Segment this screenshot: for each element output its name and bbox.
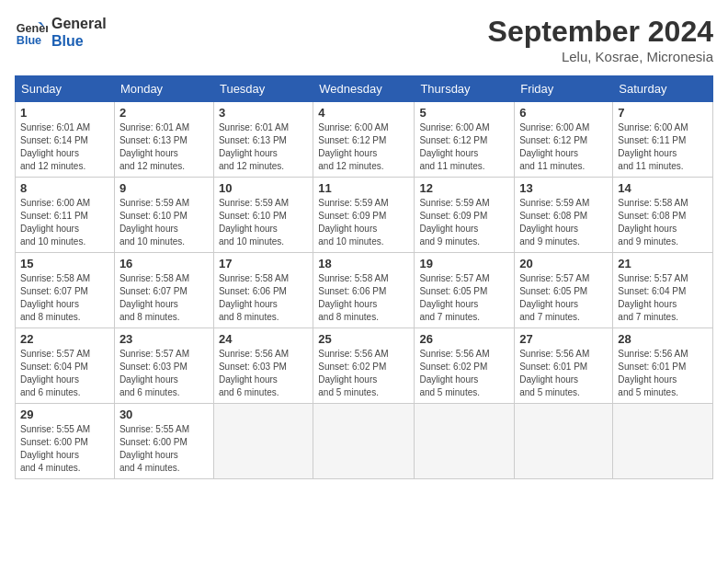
day-number: 25 <box>318 332 409 346</box>
day-number: 14 <box>618 181 708 195</box>
day-info: Sunrise: 5:58 AMSunset: 6:08 PMDaylight … <box>618 197 708 248</box>
calendar-table: SundayMondayTuesdayWednesdayThursdayFrid… <box>15 75 713 479</box>
calendar-cell: 11Sunrise: 5:59 AMSunset: 6:09 PMDayligh… <box>313 178 415 253</box>
calendar-cell: 25Sunrise: 5:56 AMSunset: 6:02 PMDayligh… <box>313 328 415 404</box>
day-info: Sunrise: 5:58 AMSunset: 6:06 PMDaylight … <box>219 272 308 324</box>
day-number: 17 <box>219 257 308 270</box>
day-info: Sunrise: 6:01 AMSunset: 6:13 PMDaylight … <box>119 121 209 173</box>
day-info: Sunrise: 5:56 AMSunset: 6:02 PMDaylight … <box>318 348 409 399</box>
calendar-cell: 3Sunrise: 6:01 AMSunset: 6:13 PMDaylight… <box>213 102 313 178</box>
calendar-cell <box>613 404 713 479</box>
day-number: 11 <box>318 181 409 195</box>
calendar-cell: 8Sunrise: 6:00 AMSunset: 6:11 PMDaylight… <box>16 178 115 253</box>
calendar-cell: 22Sunrise: 5:57 AMSunset: 6:04 PMDayligh… <box>16 328 115 404</box>
day-number: 13 <box>519 181 608 195</box>
calendar-cell: 24Sunrise: 5:56 AMSunset: 6:03 PMDayligh… <box>213 328 313 404</box>
col-header-wednesday: Wednesday <box>313 76 415 102</box>
day-number: 22 <box>20 332 109 346</box>
page-header: General Blue General Blue September 2024… <box>15 15 713 64</box>
logo: General Blue General Blue <box>15 15 107 50</box>
day-info: Sunrise: 6:00 AMSunset: 6:12 PMDaylight … <box>318 121 409 173</box>
calendar-cell: 26Sunrise: 5:56 AMSunset: 6:02 PMDayligh… <box>415 328 515 404</box>
day-info: Sunrise: 6:00 AMSunset: 6:12 PMDaylight … <box>419 121 509 173</box>
day-info: Sunrise: 5:59 AMSunset: 6:09 PMDaylight … <box>318 197 409 248</box>
calendar-cell: 6Sunrise: 6:00 AMSunset: 6:12 PMDaylight… <box>515 102 613 178</box>
calendar-cell <box>415 404 515 479</box>
location: Lelu, Kosrae, Micronesia <box>488 49 713 64</box>
logo-line2: Blue <box>51 32 107 50</box>
day-info: Sunrise: 5:59 AMSunset: 6:10 PMDaylight … <box>119 197 209 248</box>
calendar-cell: 7Sunrise: 6:00 AMSunset: 6:11 PMDaylight… <box>613 102 713 178</box>
day-number: 3 <box>219 106 308 120</box>
calendar-cell: 9Sunrise: 5:59 AMSunset: 6:10 PMDaylight… <box>114 178 213 253</box>
logo-icon: General Blue <box>15 16 48 49</box>
calendar-cell: 12Sunrise: 5:59 AMSunset: 6:09 PMDayligh… <box>415 178 515 253</box>
day-info: Sunrise: 5:56 AMSunset: 6:03 PMDaylight … <box>219 348 308 399</box>
day-number: 5 <box>419 106 509 120</box>
day-info: Sunrise: 5:58 AMSunset: 6:06 PMDaylight … <box>318 272 409 324</box>
day-number: 10 <box>219 181 308 195</box>
svg-text:Blue: Blue <box>17 34 41 47</box>
day-info: Sunrise: 5:59 AMSunset: 6:09 PMDaylight … <box>419 197 509 248</box>
calendar-cell: 21Sunrise: 5:57 AMSunset: 6:04 PMDayligh… <box>613 253 713 328</box>
day-info: Sunrise: 5:57 AMSunset: 6:03 PMDaylight … <box>119 348 209 399</box>
day-info: Sunrise: 5:58 AMSunset: 6:07 PMDaylight … <box>20 272 109 324</box>
calendar-cell: 27Sunrise: 5:56 AMSunset: 6:01 PMDayligh… <box>515 328 613 404</box>
day-info: Sunrise: 5:57 AMSunset: 6:05 PMDaylight … <box>519 272 608 324</box>
logo-line1: General <box>51 15 107 32</box>
day-number: 21 <box>618 257 708 270</box>
calendar-cell: 30Sunrise: 5:55 AMSunset: 6:00 PMDayligh… <box>114 404 213 479</box>
day-number: 18 <box>318 257 409 270</box>
day-info: Sunrise: 5:58 AMSunset: 6:07 PMDaylight … <box>119 272 209 324</box>
calendar-cell: 28Sunrise: 5:56 AMSunset: 6:01 PMDayligh… <box>613 328 713 404</box>
calendar-cell: 1Sunrise: 6:01 AMSunset: 6:14 PMDaylight… <box>16 102 115 178</box>
col-header-tuesday: Tuesday <box>213 76 313 102</box>
day-number: 26 <box>419 332 509 346</box>
calendar-cell: 16Sunrise: 5:58 AMSunset: 6:07 PMDayligh… <box>114 253 213 328</box>
calendar-cell: 17Sunrise: 5:58 AMSunset: 6:06 PMDayligh… <box>213 253 313 328</box>
day-info: Sunrise: 5:57 AMSunset: 6:05 PMDaylight … <box>419 272 509 324</box>
calendar-cell: 4Sunrise: 6:00 AMSunset: 6:12 PMDaylight… <box>313 102 415 178</box>
title-section: September 2024 Lelu, Kosrae, Micronesia <box>488 15 713 64</box>
calendar-cell: 13Sunrise: 5:59 AMSunset: 6:08 PMDayligh… <box>515 178 613 253</box>
calendar-cell: 2Sunrise: 6:01 AMSunset: 6:13 PMDaylight… <box>114 102 213 178</box>
day-number: 24 <box>219 332 308 346</box>
col-header-monday: Monday <box>114 76 213 102</box>
day-info: Sunrise: 6:00 AMSunset: 6:11 PMDaylight … <box>20 197 109 248</box>
day-number: 9 <box>119 181 209 195</box>
day-number: 23 <box>119 332 209 346</box>
day-number: 1 <box>20 106 109 120</box>
day-number: 6 <box>519 106 608 120</box>
day-info: Sunrise: 5:56 AMSunset: 6:01 PMDaylight … <box>519 348 608 399</box>
day-number: 16 <box>119 257 209 270</box>
col-header-saturday: Saturday <box>613 76 713 102</box>
day-info: Sunrise: 5:59 AMSunset: 6:08 PMDaylight … <box>519 197 608 248</box>
day-info: Sunrise: 5:55 AMSunset: 6:00 PMDaylight … <box>119 423 209 475</box>
calendar-cell <box>313 404 415 479</box>
calendar-cell: 19Sunrise: 5:57 AMSunset: 6:05 PMDayligh… <box>415 253 515 328</box>
col-header-thursday: Thursday <box>415 76 515 102</box>
day-number: 4 <box>318 106 409 120</box>
day-number: 28 <box>618 332 708 346</box>
day-info: Sunrise: 6:01 AMSunset: 6:13 PMDaylight … <box>219 121 308 173</box>
day-number: 2 <box>119 106 209 120</box>
day-info: Sunrise: 5:56 AMSunset: 6:02 PMDaylight … <box>419 348 509 399</box>
day-info: Sunrise: 5:55 AMSunset: 6:00 PMDaylight … <box>20 423 109 475</box>
day-info: Sunrise: 5:56 AMSunset: 6:01 PMDaylight … <box>618 348 708 399</box>
day-number: 30 <box>119 408 209 421</box>
day-number: 15 <box>20 257 109 270</box>
calendar-cell: 29Sunrise: 5:55 AMSunset: 6:00 PMDayligh… <box>16 404 115 479</box>
calendar-cell: 23Sunrise: 5:57 AMSunset: 6:03 PMDayligh… <box>114 328 213 404</box>
col-header-sunday: Sunday <box>16 76 115 102</box>
day-number: 7 <box>618 106 708 120</box>
day-info: Sunrise: 6:01 AMSunset: 6:14 PMDaylight … <box>20 121 109 173</box>
calendar-cell: 10Sunrise: 5:59 AMSunset: 6:10 PMDayligh… <box>213 178 313 253</box>
calendar-cell: 15Sunrise: 5:58 AMSunset: 6:07 PMDayligh… <box>16 253 115 328</box>
day-info: Sunrise: 5:59 AMSunset: 6:10 PMDaylight … <box>219 197 308 248</box>
day-info: Sunrise: 6:00 AMSunset: 6:12 PMDaylight … <box>519 121 608 173</box>
day-number: 27 <box>519 332 608 346</box>
day-number: 19 <box>419 257 509 270</box>
calendar-cell: 14Sunrise: 5:58 AMSunset: 6:08 PMDayligh… <box>613 178 713 253</box>
day-number: 29 <box>20 408 109 421</box>
calendar-cell: 5Sunrise: 6:00 AMSunset: 6:12 PMDaylight… <box>415 102 515 178</box>
